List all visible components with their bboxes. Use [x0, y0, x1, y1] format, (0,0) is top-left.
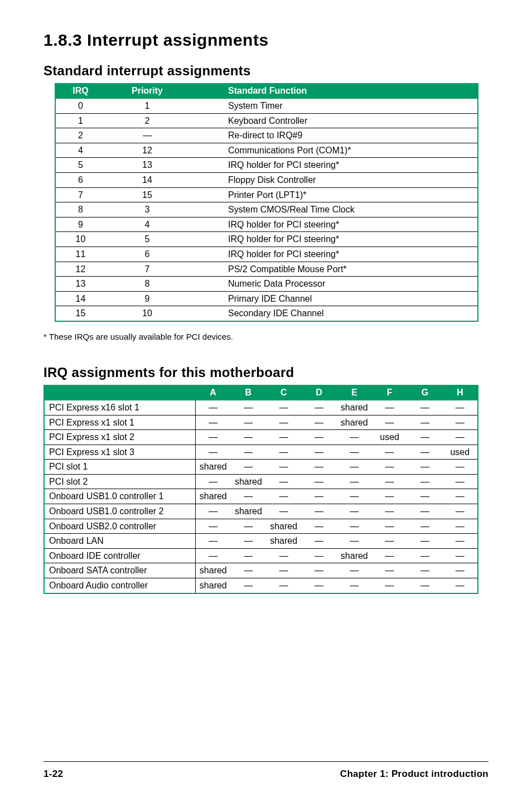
std-header-priority: Priority	[105, 83, 189, 99]
std-cell-priority: 3	[105, 202, 189, 218]
irq-header-col: E	[337, 385, 372, 400]
std-cell-irq: 8	[55, 202, 105, 218]
irq-cell: —	[407, 415, 442, 430]
irq-cell: —	[372, 563, 407, 578]
std-cell-function: IRQ holder for PCI steering*	[189, 247, 478, 262]
std-cell-priority: 9	[105, 291, 189, 306]
irq-cell: —	[372, 504, 407, 519]
irq-cell: —	[301, 474, 336, 489]
irq-cell: —	[407, 474, 442, 489]
irq-header-col: A	[195, 385, 230, 400]
std-cell-function: System CMOS/Real Time Clock	[189, 202, 478, 218]
irq-header-col: F	[372, 385, 407, 400]
irq-cell: —	[301, 445, 336, 460]
irq-cell: —	[407, 534, 442, 549]
std-cell-irq: 11	[55, 247, 105, 262]
irq-cell: —	[443, 534, 478, 549]
std-cell-function: Keyboard Controller	[189, 113, 478, 128]
std-cell-priority: 12	[105, 143, 189, 158]
std-cell-function: Primary IDE Channel	[189, 291, 478, 306]
irq-header-col: D	[301, 385, 336, 400]
irq-cell: —	[266, 578, 301, 593]
irq-cell: —	[372, 489, 407, 504]
table-row: Onboard USB2.0 controller——shared—————	[44, 519, 478, 534]
std-cell-irq: 2	[55, 128, 105, 143]
irq-cell: —	[231, 578, 266, 593]
irq-cell: used	[443, 445, 478, 460]
irq-cell: shared	[266, 519, 301, 534]
irq-cell: shared	[195, 460, 230, 475]
irq-cell: —	[195, 504, 230, 519]
irq-cell: —	[372, 415, 407, 430]
irq-cell: —	[195, 534, 230, 549]
irq-cell: —	[301, 400, 336, 415]
standard-subheading: Standard interrupt assignments	[43, 63, 489, 79]
std-cell-function: Secondary IDE Channel	[189, 306, 478, 321]
table-row: 12Keyboard Controller	[55, 113, 478, 128]
std-cell-function: PS/2 Compatible Mouse Port*	[189, 262, 478, 277]
std-cell-priority: 7	[105, 262, 189, 277]
std-cell-priority: —	[105, 128, 189, 143]
irq-cell: —	[407, 400, 442, 415]
table-row: Onboard USB1.0 controller 1shared———————	[44, 489, 478, 504]
table-row: Onboard LAN——shared—————	[44, 534, 478, 549]
irq-cell: —	[407, 563, 442, 578]
irq-cell: —	[372, 474, 407, 489]
irq-cell: —	[337, 489, 372, 504]
irq-cell: —	[266, 460, 301, 475]
irq-row-name: Onboard SATA controller	[44, 563, 195, 578]
irq-cell: —	[337, 474, 372, 489]
std-cell-irq: 10	[55, 232, 105, 247]
std-cell-priority: 1	[105, 99, 189, 113]
irq-cell: shared	[266, 534, 301, 549]
irq-cell: shared	[337, 400, 372, 415]
std-cell-priority: 5	[105, 232, 189, 247]
irq-cell: —	[407, 430, 442, 445]
irq-cell: —	[407, 548, 442, 563]
irq-cell: —	[407, 504, 442, 519]
irq-cell: —	[301, 460, 336, 475]
irq-cell: —	[372, 460, 407, 475]
table-row: PCI Express x1 slot 1————shared———	[44, 415, 478, 430]
irq-row-name: Onboard LAN	[44, 534, 195, 549]
irq-header-blank	[44, 385, 195, 400]
std-cell-priority: 4	[105, 217, 189, 232]
std-cell-irq: 4	[55, 143, 105, 158]
irq-cell: —	[231, 445, 266, 460]
irq-cell: —	[231, 415, 266, 430]
irq-cell: —	[372, 445, 407, 460]
std-cell-function: IRQ holder for PCI steering*	[189, 217, 478, 232]
table-row: PCI slot 2—shared——————	[44, 474, 478, 489]
irq-cell: —	[301, 430, 336, 445]
std-cell-irq: 13	[55, 277, 105, 292]
irq-cell: —	[372, 534, 407, 549]
irq-cell: shared	[337, 415, 372, 430]
std-cell-priority: 10	[105, 306, 189, 321]
irq-cell: shared	[231, 504, 266, 519]
irq-cell: —	[231, 400, 266, 415]
std-cell-function: IRQ holder for PCI steering*	[189, 158, 478, 173]
std-cell-priority: 6	[105, 247, 189, 262]
irq-cell: —	[231, 489, 266, 504]
irq-cell: —	[407, 445, 442, 460]
irq-cell: —	[231, 534, 266, 549]
irq-cell: —	[266, 489, 301, 504]
table-row: Onboard SATA controllershared———————	[44, 563, 478, 578]
irq-cell: —	[337, 563, 372, 578]
irq-cell: —	[266, 474, 301, 489]
irq-cell: —	[337, 519, 372, 534]
irq-cell: —	[266, 504, 301, 519]
std-cell-irq: 0	[55, 99, 105, 113]
irq-cell: —	[337, 534, 372, 549]
irq-cell: shared	[195, 578, 230, 593]
irq-row-name: Onboard Audio controller	[44, 578, 195, 593]
irq-cell: —	[195, 548, 230, 563]
irq-cell: —	[266, 430, 301, 445]
page-number: 1-22	[43, 769, 63, 780]
table-row: Onboard IDE controller————shared———	[44, 548, 478, 563]
irq-cell: —	[407, 578, 442, 593]
irq-cell: —	[195, 474, 230, 489]
irq-row-name: PCI slot 2	[44, 474, 195, 489]
irq-cell: —	[301, 563, 336, 578]
irq-cell: —	[231, 430, 266, 445]
